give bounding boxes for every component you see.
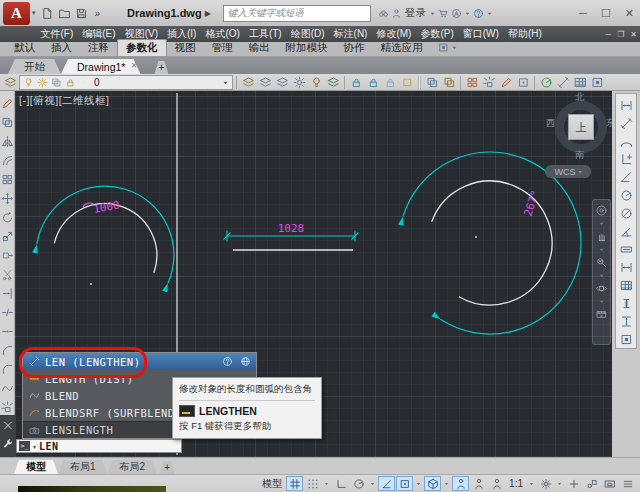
new-drawing-tab-button[interactable]: + [154,61,168,74]
isometric-drafting-toggle[interactable] [378,476,395,491]
drawing-canvas[interactable]: [-][俯视][二维线框] 1000 1028 [15,91,612,457]
dim-text-angle[interactable]: 267° [521,189,542,218]
search-input[interactable]: 键入关键字或短语 [223,5,371,22]
layer-freeze-button[interactable] [291,74,307,90]
ribbon-tab-管理[interactable]: 管理 [204,40,241,56]
new-layout-button[interactable]: + [159,461,175,474]
command-input-value[interactable]: LEN [39,441,59,452]
sign-in-dropdown-icon[interactable] [428,5,437,21]
constraint-bar[interactable] [616,294,636,312]
rotate-tool[interactable] [0,208,15,227]
customization-plus-button[interactable] [565,476,582,491]
vertical-constraint[interactable] [616,312,636,330]
menu-item-10[interactable]: 窗口(W) [458,27,503,41]
ribbon-tab-参数化[interactable]: 参数化 [117,39,167,56]
window-close-button[interactable]: ✕ [625,7,634,20]
radius-constraint[interactable] [616,186,636,204]
menu-item-11[interactable]: 帮助(H) [503,27,546,41]
command-window-customize-icon[interactable] [2,437,14,449]
layer-lock-fade-button[interactable] [382,74,398,90]
model-space-label[interactable]: 模型 [262,477,282,491]
fillet-tool[interactable] [0,360,15,379]
move-tool[interactable] [0,189,15,208]
workspace-dropdown[interactable] [555,476,564,491]
annotation-scale-icon[interactable] [488,476,505,491]
view-cube-south-label[interactable]: 南 [575,149,585,162]
ribbon-tab-视图[interactable]: 视图 [167,40,204,56]
command-window-close-icon[interactable] [2,419,14,431]
layer-unlock-button[interactable] [365,74,381,90]
extend-tool[interactable] [0,284,15,303]
file-tab-start[interactable]: 开始 [8,59,61,74]
orbit-button-dropdown[interactable] [594,298,609,305]
menu-item-1[interactable]: 编辑(E) [78,27,120,41]
view-cube-top-face[interactable]: 上 [568,114,594,140]
convert-constraint[interactable] [616,330,636,348]
layout-tab-模型[interactable]: 模型 [14,460,58,474]
menu-item-4[interactable]: 格式(O) [201,27,244,41]
angular-constraint[interactable] [616,222,636,240]
linear-constraint[interactable] [616,96,636,114]
autoscale-annotations-toggle[interactable] [470,476,487,491]
erase-tool[interactable] [0,94,15,113]
scale-tool[interactable] [0,227,15,246]
chamfer-tool[interactable] [0,341,15,360]
ribbon-tab-插入[interactable]: 插入 [43,40,80,56]
menu-item-6[interactable]: 绘图(D) [286,27,329,41]
sign-in-button[interactable]: 登录 [405,6,426,20]
length-command-icon[interactable] [27,372,41,386]
qat-more-button[interactable]: » [90,8,106,19]
ribbon-minimize-button[interactable] [437,39,459,55]
stretch-tool[interactable] [0,246,15,265]
break-tool[interactable] [0,303,15,322]
annotation-scale-value[interactable]: 1:1 [509,478,523,489]
dim-text-arc-length[interactable]: 1000 [92,199,120,216]
snap-mode-toggle[interactable] [304,476,321,491]
doc-close-button[interactable]: ✕ [630,30,637,39]
layer-color-swatch[interactable] [78,76,91,89]
command-suggestion-len[interactable]: LEN (LENGTHEN) [23,353,256,370]
blend-command-icon[interactable] [27,389,41,403]
layer-dropdown[interactable] [221,74,230,90]
angular-dimension[interactable] [403,152,581,334]
navigation-wheel-button-dropdown[interactable] [594,220,609,227]
blend-curves-tool[interactable] [0,379,15,398]
layer-walk-button[interactable] [399,74,415,90]
block-editor-button[interactable] [589,74,605,90]
ribbon-tab-输出[interactable]: 输出 [241,40,278,56]
command-internet-search-button[interactable] [238,355,252,369]
app-menu-chevron-icon[interactable]: ▾ [32,9,36,17]
help-dropdown-icon[interactable] [485,5,494,21]
copy-tool[interactable] [0,113,15,132]
parameters-manager[interactable] [616,276,636,294]
command-help-button[interactable] [220,355,234,369]
view-cube-north-label[interactable]: 北 [575,91,585,104]
ribbon-tab-注释[interactable]: 注释 [80,40,117,56]
navigation-wheel-button[interactable] [594,203,609,218]
status-customization-menu[interactable] [619,476,636,491]
menu-item-3[interactable]: 插入(I) [162,27,200,41]
command-line[interactable]: >_ ▾ LEN [16,439,182,453]
layer-make-current-button[interactable] [325,74,341,90]
window-minimize-button[interactable]: ─ [579,7,587,19]
layout-tab-布局2[interactable]: 布局2 [108,460,158,474]
diameter-constraint[interactable] [616,204,636,222]
command-history-dropdown-icon[interactable]: ▾ [33,443,36,450]
workspace-switching-button[interactable] [537,476,554,491]
layout-tab-布局1[interactable]: 布局1 [58,460,108,474]
ribbon-tab-附加模块[interactable]: 附加模块 [278,40,336,56]
layer-lock-button[interactable] [348,74,364,90]
help-icon[interactable] [472,7,485,20]
app-menu-button[interactable]: A [3,2,30,25]
orbit-button[interactable] [594,281,609,296]
zoom-button-dropdown[interactable] [594,272,609,279]
new-file-button[interactable] [40,5,56,21]
osnap-settings-dropdown[interactable] [414,476,423,491]
offset-tool[interactable] [0,151,15,170]
group-edit-button[interactable] [498,74,514,90]
window-maximize-button[interactable]: ☐ [601,7,611,20]
app-store-cart-icon[interactable] [437,7,450,20]
osnap3d-settings-dropdown[interactable] [442,476,451,491]
ucs-selector[interactable]: WCS▾ [545,165,591,178]
layer-unlock-icon[interactable] [64,76,77,89]
